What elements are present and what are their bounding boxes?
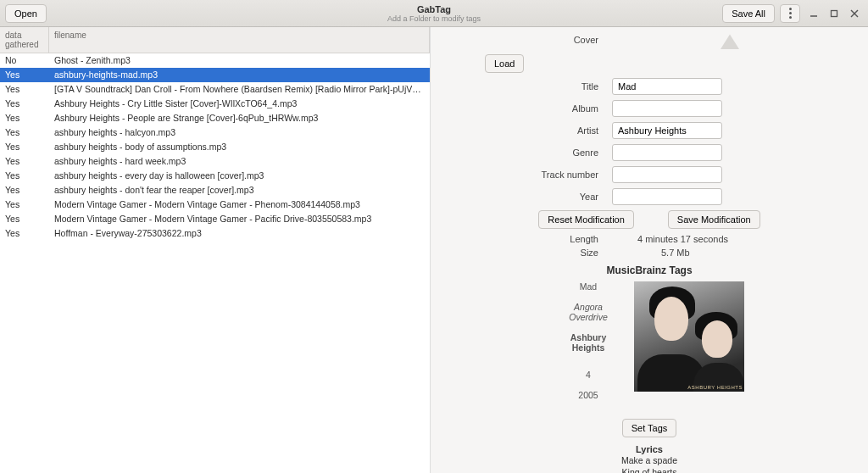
header-filename[interactable]: filename bbox=[49, 27, 430, 53]
genre-input[interactable] bbox=[612, 144, 722, 161]
cell-filename: Modern Vintage Gamer - Modern Vintage Ga… bbox=[49, 198, 430, 210]
length-value: 4 minutes 17 seconds bbox=[612, 234, 848, 244]
cell-data-gathered: Yes bbox=[0, 83, 49, 95]
table-row[interactable]: YesModern Vintage Gamer - Modern Vintage… bbox=[0, 198, 430, 212]
cover-value bbox=[612, 31, 848, 49]
cell-filename: Ashbury Heights - Cry Little Sister [Cov… bbox=[49, 97, 430, 109]
file-list-rows[interactable]: NoGhost - Zenith.mp3Yesashbury-heights-m… bbox=[0, 53, 430, 241]
maximize-button[interactable] bbox=[826, 5, 843, 22]
table-row[interactable]: Yesashbury-heights-mad.mp3 bbox=[0, 68, 430, 82]
cell-filename: Ashbury Heights - People are Strange [Co… bbox=[49, 112, 430, 124]
mb-year: 2005 bbox=[554, 390, 622, 400]
cell-filename: ashbury heights - hard week.mp3 bbox=[49, 155, 430, 167]
cell-data-gathered: Yes bbox=[0, 141, 49, 153]
headerbar: Open GabTag Add a Folder to modify tags … bbox=[0, 0, 868, 27]
table-row[interactable]: YesAshbury Heights - Cry Little Sister [… bbox=[0, 97, 430, 111]
cell-filename: ashbury heights - don't fear the reaper … bbox=[49, 184, 430, 196]
size-label: Size bbox=[451, 248, 612, 258]
cover-row: Cover bbox=[451, 31, 848, 49]
save-all-button[interactable]: Save All bbox=[722, 4, 775, 23]
table-row[interactable]: YesAshbury Heights - People are Strange … bbox=[0, 111, 430, 125]
artist-label: Artist bbox=[451, 125, 612, 136]
year-input[interactable] bbox=[612, 188, 722, 205]
cell-filename: ashbury heights - halcyon.mp3 bbox=[49, 126, 430, 138]
cell-data-gathered: Yes bbox=[0, 112, 49, 124]
cell-data-gathered: Yes bbox=[0, 198, 49, 210]
close-icon bbox=[850, 9, 859, 18]
table-row[interactable]: Yes[GTA V Soundtrack] Dan Croll - From N… bbox=[0, 82, 430, 97]
file-list-pane: data gathered filename NoGhost - Zenith.… bbox=[0, 27, 431, 473]
cell-filename: ashbury heights - body of assumptions.mp… bbox=[49, 141, 430, 153]
musicbrainz-section: MusicBrainz Tags Mad Angora Overdrive As… bbox=[451, 264, 848, 437]
mb-track: 4 bbox=[554, 370, 622, 380]
cell-filename: [GTA V Soundtrack] Dan Croll - From Nowh… bbox=[49, 83, 430, 95]
year-label: Year bbox=[451, 192, 612, 202]
minimize-button[interactable] bbox=[805, 5, 822, 22]
cell-data-gathered: Yes bbox=[0, 170, 49, 181]
musicbrainz-meta: Mad Angora Overdrive Ashbury Heights 4 2… bbox=[554, 281, 622, 410]
open-button[interactable]: Open bbox=[5, 4, 47, 23]
header-data-gathered[interactable]: data gathered bbox=[0, 27, 49, 53]
mb-artist: Ashbury Heights bbox=[554, 332, 622, 353]
kebab-icon bbox=[789, 8, 792, 19]
cell-data-gathered: Yes bbox=[0, 69, 49, 81]
track-input[interactable] bbox=[612, 166, 722, 183]
table-row[interactable]: NoGhost - Zenith.mp3 bbox=[0, 53, 430, 68]
window-controls bbox=[805, 5, 863, 22]
table-row[interactable]: Yesashbury heights - every day is hallow… bbox=[0, 169, 430, 183]
cell-data-gathered: Yes bbox=[0, 155, 49, 167]
table-row[interactable]: Yesashbury heights - hard week.mp3 bbox=[0, 154, 430, 169]
mb-cover-caption: ASHBURY HEIGHTS bbox=[687, 385, 743, 390]
lyrics-line: Make a spade bbox=[451, 454, 848, 466]
title-input[interactable] bbox=[612, 78, 722, 95]
maximize-icon bbox=[830, 9, 838, 18]
cell-data-gathered: Yes bbox=[0, 97, 49, 109]
cell-data-gathered: No bbox=[0, 54, 49, 66]
cell-filename: ashbury heights - every day is halloween… bbox=[49, 170, 430, 181]
table-row[interactable]: Yesashbury heights - halcyon.mp3 bbox=[0, 125, 430, 140]
cover-placeholder-icon bbox=[721, 31, 739, 49]
mb-album: Angora Overdrive bbox=[554, 302, 622, 322]
lyrics-line: King of hearts bbox=[451, 466, 848, 473]
lyrics-heading: Lyrics bbox=[451, 444, 848, 454]
table-row[interactable]: Yesashbury heights - body of assumptions… bbox=[0, 140, 430, 154]
lyrics-section: Lyrics Make a spadeKing of heartsI was m… bbox=[451, 444, 848, 473]
cover-label: Cover bbox=[451, 35, 612, 45]
track-label: Track number bbox=[451, 170, 612, 180]
genre-label: Genre bbox=[451, 147, 612, 158]
table-row[interactable]: YesHoffman - Everyway-275303622.mp3 bbox=[0, 226, 430, 241]
close-button[interactable] bbox=[846, 5, 863, 22]
tag-editor-pane: Cover Load Title Album Artist Genre Trac… bbox=[431, 27, 868, 473]
table-row[interactable]: Yesashbury heights - don't fear the reap… bbox=[0, 183, 430, 198]
artist-input[interactable] bbox=[612, 122, 722, 139]
cell-filename: Ghost - Zenith.mp3 bbox=[49, 54, 430, 66]
reset-modification-button[interactable]: Reset Modification bbox=[538, 210, 634, 229]
load-row: Load bbox=[451, 54, 848, 73]
cell-data-gathered: Yes bbox=[0, 227, 49, 239]
album-label: Album bbox=[451, 103, 612, 114]
table-row[interactable]: YesModern Vintage Gamer - Modern Vintage… bbox=[0, 212, 430, 226]
save-modification-button[interactable]: Save Modification bbox=[668, 210, 760, 229]
cell-data-gathered: Yes bbox=[0, 184, 49, 196]
musicbrainz-heading: MusicBrainz Tags bbox=[451, 264, 848, 276]
minimize-icon bbox=[810, 9, 818, 18]
length-label: Length bbox=[451, 234, 612, 244]
svg-rect-1 bbox=[832, 10, 837, 16]
cell-data-gathered: Yes bbox=[0, 126, 49, 138]
cell-data-gathered: Yes bbox=[0, 213, 49, 225]
file-list-headers: data gathered filename bbox=[0, 27, 430, 53]
musicbrainz-cover: ASHBURY HEIGHTS bbox=[634, 281, 744, 392]
menu-button[interactable] bbox=[780, 4, 800, 23]
size-value: 5.7 Mb bbox=[612, 248, 848, 258]
cell-filename: ashbury-heights-mad.mp3 bbox=[49, 69, 430, 81]
mb-title: Mad bbox=[554, 281, 622, 292]
load-button[interactable]: Load bbox=[485, 54, 524, 73]
title-label: Title bbox=[451, 81, 612, 92]
album-input[interactable] bbox=[612, 100, 722, 117]
cell-filename: Hoffman - Everyway-275303622.mp3 bbox=[49, 227, 430, 239]
set-tags-button[interactable]: Set Tags bbox=[622, 419, 677, 437]
cell-filename: Modern Vintage Gamer - Modern Vintage Ga… bbox=[49, 213, 430, 225]
